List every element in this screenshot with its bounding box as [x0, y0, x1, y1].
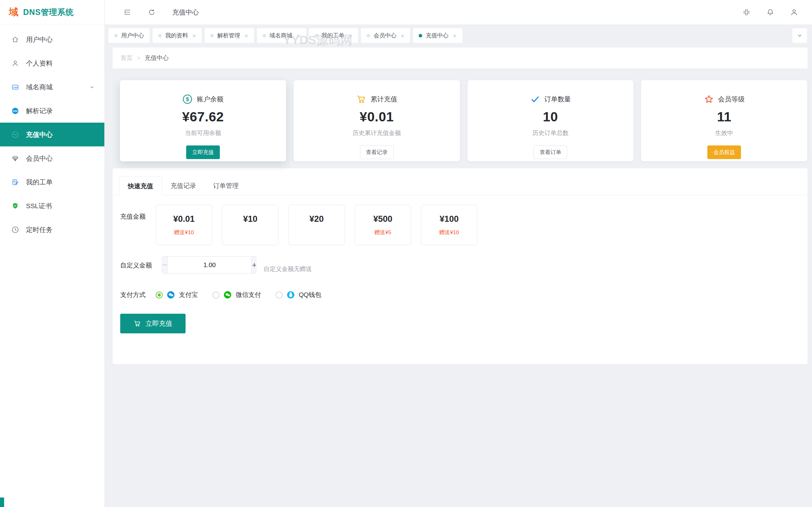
tab-domain-shop[interactable]: 域名商城 ×: [257, 28, 306, 43]
payment-option-wechat[interactable]: 微信支付: [212, 291, 261, 299]
member-level-card: 会员等级 11 生效中 会员权益: [641, 80, 807, 161]
cart-icon: [134, 320, 141, 327]
sidebar-item-cron-tasks[interactable]: 定时任务: [0, 218, 104, 241]
increase-button[interactable]: +: [252, 257, 256, 273]
ticket-icon: [11, 178, 19, 186]
amount-value: ¥20: [289, 214, 345, 224]
amount-label: 充值金额: [120, 205, 156, 245]
sidebar-item-user-center[interactable]: 用户中心: [0, 27, 104, 51]
sidebar-item-label: 个人资料: [26, 59, 53, 68]
app-title: DNS管理系统: [23, 7, 74, 17]
view-records-button[interactable]: 查看记录: [360, 146, 394, 159]
topbar-actions: [743, 8, 798, 16]
tab-label: 域名商城: [270, 32, 293, 39]
sidebar-item-my-tickets[interactable]: 我的工单: [0, 170, 104, 194]
decrease-button[interactable]: −: [162, 257, 167, 273]
tab-label: 充值中心: [426, 32, 449, 39]
radio-checked-icon[interactable]: [156, 291, 163, 298]
cart-icon: [356, 94, 366, 104]
sidebar-menu: 用户中心 个人资料 .com 域名商城 DNS 解析记录 充值中心 会员中心 我…: [0, 24, 104, 241]
sidebar-item-member-center[interactable]: 会员中心: [0, 147, 104, 170]
tab-dot-icon: [263, 34, 266, 38]
tab-overflow-button[interactable]: [792, 28, 807, 43]
close-icon[interactable]: ×: [192, 32, 196, 39]
tab-recharge-history[interactable]: 充值记录: [162, 176, 205, 195]
card-title: 订单数量: [544, 95, 571, 104]
payment-option-alipay[interactable]: 支付宝: [156, 291, 198, 299]
tab-member-center[interactable]: 会员中心 ×: [361, 28, 410, 43]
close-icon[interactable]: ×: [297, 32, 300, 39]
sidebar-item-label: 充值中心: [26, 130, 53, 139]
user-avatar-icon[interactable]: [790, 8, 798, 16]
custom-amount-stepper: − +: [162, 257, 256, 274]
svg-text:.com: .com: [13, 86, 17, 89]
tab-my-tickets[interactable]: 我的工单 ×: [309, 28, 358, 43]
recharge-panel: 快速充值 充值记录 订单管理 充值金额 ¥0.01 赠送¥10 ¥10 ¥: [113, 168, 808, 364]
amount-option[interactable]: ¥500 赠送¥5: [355, 205, 411, 245]
tab-quick-recharge[interactable]: 快速充值: [119, 176, 162, 195]
sidebar-item-domain-shop[interactable]: .com 域名商城: [0, 75, 104, 99]
submit-recharge-button[interactable]: 立即充值: [120, 314, 186, 333]
breadcrumb-home[interactable]: 首页: [120, 54, 133, 62]
sidebar-item-label: 用户中心: [26, 35, 53, 44]
close-icon[interactable]: ×: [349, 32, 352, 39]
custom-amount-input[interactable]: [167, 257, 252, 273]
recharge-now-button[interactable]: 立即充值: [186, 146, 220, 159]
amount-option[interactable]: ¥10: [222, 205, 278, 245]
dollar-circle-icon: $: [183, 94, 193, 104]
amount-option[interactable]: ¥20: [288, 205, 345, 245]
logo-icon: 域: [9, 6, 18, 19]
tab-my-profile[interactable]: 我的资料 ×: [153, 28, 202, 43]
person-icon: [11, 60, 19, 67]
card-subtitle: 当前可用余额: [185, 129, 221, 137]
total-recharge-value: ¥0.01: [360, 109, 394, 124]
view-orders-button[interactable]: 查看订单: [534, 146, 567, 159]
amount-bonus: 赠送¥10: [156, 229, 212, 236]
sidebar-item-recharge-center[interactable]: 充值中心: [0, 123, 104, 147]
close-icon[interactable]: ×: [244, 32, 248, 39]
notification-bell-icon[interactable]: [766, 8, 774, 16]
custom-amount-label: 自定义金额: [120, 257, 156, 270]
card-subtitle: 历史累计充值金额: [353, 129, 401, 137]
fullscreen-icon[interactable]: [743, 8, 751, 16]
card-title: 会员等级: [718, 95, 745, 104]
sidebar-item-ssl-cert[interactable]: SSL证书: [0, 194, 104, 218]
ssl-shield-icon: [11, 202, 19, 210]
wechat-icon: [223, 291, 232, 299]
payment-option-label: 支付宝: [179, 291, 198, 299]
payment-label: 支付方式: [120, 291, 156, 299]
close-icon[interactable]: ×: [453, 32, 456, 39]
radio-icon[interactable]: [212, 291, 219, 298]
main-area: 充值中心 用户中心 我的资料 × 解析管理 × 域名商城 × 我的工: [105, 0, 812, 507]
tab-user-center[interactable]: 用户中心: [108, 28, 150, 43]
amount-options: ¥0.01 赠送¥10 ¥10 ¥20 ¥500 赠送¥5: [156, 205, 487, 245]
sidebar-item-dns-records[interactable]: DNS 解析记录: [0, 99, 104, 123]
star-icon: [704, 94, 714, 104]
tab-bar: 用户中心 我的资料 × 解析管理 × 域名商城 × 我的工单 × 会员中心 ×: [105, 24, 812, 47]
domain-shop-icon: .com: [11, 83, 19, 91]
svg-text:$: $: [186, 96, 189, 102]
payment-option-qq[interactable]: QQ钱包: [275, 291, 321, 299]
amount-option[interactable]: ¥100 赠送¥10: [421, 205, 477, 245]
tab-dot-icon: [367, 34, 370, 38]
sidebar-item-label: 我的工单: [26, 178, 53, 187]
refresh-icon[interactable]: [148, 8, 156, 16]
collapse-sidebar-icon[interactable]: [123, 8, 131, 16]
diamond-icon: [11, 155, 19, 162]
order-count-card: 订单数量 10 历史订单总数 查看订单: [467, 80, 634, 161]
custom-amount-note: 自定义金额无赠送: [264, 257, 312, 273]
sidebar: 域 DNS管理系统 用户中心 个人资料 .com 域名商城 DNS 解析记录 充…: [0, 0, 105, 507]
panel-body: 充值金额 ¥0.01 赠送¥10 ¥10 ¥20 ¥50: [113, 195, 808, 333]
close-icon[interactable]: ×: [401, 32, 404, 39]
card-subtitle: 生效中: [715, 129, 733, 137]
panel-tabs: 快速充值 充值记录 订单管理: [113, 176, 808, 195]
member-benefits-button[interactable]: 会员权益: [707, 146, 741, 159]
tab-recharge-center[interactable]: 充值中心 ×: [413, 28, 462, 43]
svg-text:DNS: DNS: [13, 110, 18, 112]
tab-dns-manage[interactable]: 解析管理 ×: [205, 28, 254, 43]
amount-option[interactable]: ¥0.01 赠送¥10: [156, 205, 212, 245]
radio-icon[interactable]: [275, 291, 283, 298]
sidebar-item-profile[interactable]: 个人资料: [0, 51, 104, 75]
tab-order-manage[interactable]: 订单管理: [205, 176, 247, 195]
member-level-value: 11: [717, 109, 731, 124]
